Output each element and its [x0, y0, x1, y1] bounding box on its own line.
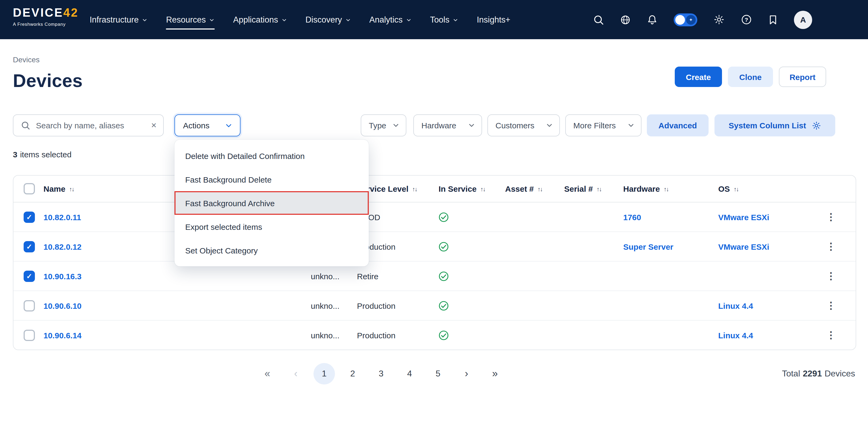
hardware-cell: Super Server	[623, 242, 718, 251]
menu-item-export-selected-items[interactable]: Export selected items	[175, 215, 369, 238]
row-checkbox[interactable]: ✓	[24, 241, 35, 252]
nav-item-applications[interactable]: Applications	[233, 15, 287, 24]
column-header-hardware[interactable]: Hardware↑↓	[623, 184, 718, 193]
nav-item-label: Tools	[430, 15, 449, 24]
type-filter-dropdown[interactable]: Type	[361, 114, 406, 137]
pagination-last-button[interactable]: »	[484, 363, 506, 385]
user-avatar[interactable]: A	[794, 10, 812, 29]
nav-item-analytics[interactable]: Analytics	[369, 15, 412, 24]
os-link[interactable]: Linux 4.4	[718, 301, 753, 310]
row-checkbox[interactable]	[24, 329, 35, 341]
more-filters-label: More Filters	[573, 121, 616, 130]
column-header-asset[interactable]: Asset #↑↓	[505, 184, 564, 193]
menu-item-set-object-category[interactable]: Set Object Category	[175, 238, 369, 262]
report-button[interactable]: Report	[779, 67, 826, 87]
table-row: ✓10.90.16.3unkno...Retire⋮	[13, 261, 856, 291]
pagination-prev-button[interactable]: ‹	[285, 363, 307, 385]
hardware-link[interactable]: Super Server	[623, 242, 674, 251]
more-filters-dropdown[interactable]: More Filters	[565, 114, 642, 137]
pagination-first-button[interactable]: «	[256, 363, 278, 385]
device-name-link[interactable]: 10.90.6.14	[43, 331, 82, 340]
sort-icon[interactable]: ↑↓	[734, 185, 738, 192]
brand-accent: 42	[63, 6, 79, 19]
row-actions-kebab-icon[interactable]: ⋮	[826, 242, 836, 251]
actions-dropdown-button[interactable]: Actions	[175, 114, 241, 137]
device42-logo[interactable]: DEVICE42 A Freshworks Company	[13, 7, 79, 27]
row-actions-kebab-icon[interactable]: ⋮	[826, 301, 836, 310]
device-name-link[interactable]: 10.90.16.3	[43, 271, 82, 280]
notifications-bell-icon[interactable]	[647, 14, 658, 25]
row-checkbox[interactable]: ✓	[24, 211, 35, 222]
menu-item-fast-background-delete[interactable]: Fast Background Delete	[175, 168, 369, 191]
row-actions-kebab-icon[interactable]: ⋮	[826, 330, 836, 340]
device-name-link[interactable]: 10.82.0.11	[43, 212, 81, 221]
settings-gear-icon[interactable]	[713, 14, 725, 25]
hardware-cell: 1760	[623, 212, 718, 221]
sun-icon: ✦	[686, 15, 696, 24]
column-header-serial[interactable]: Serial #↑↓	[564, 184, 623, 193]
system-column-list-button[interactable]: System Column List	[714, 114, 835, 137]
row-checkbox[interactable]	[24, 300, 35, 311]
os-link[interactable]: VMware ESXi	[718, 212, 769, 221]
nav-item-label: Analytics	[369, 15, 403, 24]
sort-icon[interactable]: ↑↓	[537, 185, 542, 192]
sort-icon[interactable]: ↑↓	[597, 185, 601, 192]
selection-label: items selected	[20, 150, 72, 159]
search-icon[interactable]	[593, 14, 604, 25]
globe-icon[interactable]	[620, 14, 631, 25]
search-input[interactable]	[35, 120, 146, 130]
sort-icon[interactable]: ↑↓	[69, 185, 74, 192]
menu-item-delete-with-detailed-confirmation[interactable]: Delete with Detailed Confirmation	[175, 144, 369, 168]
nav-item-resources[interactable]: Resources	[166, 15, 215, 24]
device-name-link[interactable]: 10.82.0.12	[43, 242, 82, 251]
customers-filter-dropdown[interactable]: Customers	[488, 114, 560, 137]
nav-item-discovery[interactable]: Discovery	[305, 15, 351, 24]
pagination-page-2[interactable]: 2	[342, 363, 364, 385]
bookmark-icon[interactable]	[768, 14, 778, 25]
clear-search-icon[interactable]: ✕	[151, 121, 157, 129]
theme-toggle[interactable]: ✦	[674, 13, 697, 26]
service-level-cell: Production	[357, 301, 439, 310]
select-all-checkbox[interactable]	[24, 183, 35, 194]
menu-item-fast-background-archive[interactable]: Fast Background Archive	[175, 191, 369, 215]
table-row: 10.90.6.14unkno...ProductionLinux 4.4⋮	[13, 320, 856, 350]
row-actions-kebab-icon[interactable]: ⋮	[826, 212, 836, 222]
nav-item-infrastructure[interactable]: Infrastructure	[90, 15, 148, 24]
type-filter-label: Type	[369, 121, 386, 130]
breadcrumb[interactable]: Devices	[13, 55, 40, 64]
column-header-in-service[interactable]: In Service↑↓	[439, 184, 505, 193]
pagination-page-4[interactable]: 4	[399, 363, 420, 385]
sort-icon[interactable]: ↑↓	[412, 185, 417, 192]
nav-item-tools[interactable]: Tools	[430, 15, 458, 24]
table-header-row: Name↑↓ Service Level↑↓ In Service↑↓ Asse…	[13, 176, 856, 203]
pagination-page-3[interactable]: 3	[370, 363, 392, 385]
hardware-link[interactable]: 1760	[623, 212, 641, 221]
os-link[interactable]: Linux 4.4	[718, 331, 753, 340]
row-actions-kebab-icon[interactable]: ⋮	[826, 271, 836, 281]
pagination-page-1[interactable]: 1	[313, 363, 335, 385]
sort-icon[interactable]: ↑↓	[664, 185, 669, 192]
selection-count: 3	[13, 150, 18, 159]
clone-button[interactable]: Clone	[728, 67, 773, 87]
row-checkbox[interactable]: ✓	[24, 270, 35, 282]
sort-icon[interactable]: ↑↓	[480, 185, 485, 192]
chevron-down-icon	[468, 121, 475, 129]
help-icon[interactable]: ?	[741, 14, 752, 25]
hardware-filter-dropdown[interactable]: Hardware	[413, 114, 482, 137]
main-nav: InfrastructureResourcesApplicationsDisco…	[90, 0, 510, 39]
advanced-filters-button[interactable]: Advanced	[647, 114, 709, 137]
chevron-down-icon	[627, 121, 635, 129]
nav-item-insights[interactable]: Insights+	[477, 15, 510, 24]
chevron-down-icon	[546, 121, 553, 129]
column-header-service-level[interactable]: Service Level↑↓	[357, 184, 439, 193]
column-header-os[interactable]: OS↑↓	[718, 184, 816, 193]
brand-tagline: A Freshworks Company	[13, 22, 79, 27]
in-service-cell	[439, 271, 505, 281]
pagination-page-5[interactable]: 5	[427, 363, 449, 385]
device-name-link[interactable]: 10.90.6.10	[43, 301, 82, 310]
in-service-check-icon	[439, 330, 449, 340]
os-link[interactable]: VMware ESXi	[718, 242, 769, 251]
create-button[interactable]: Create	[675, 67, 722, 87]
in-service-check-icon	[439, 212, 449, 222]
pagination-next-button[interactable]: ›	[456, 363, 477, 385]
